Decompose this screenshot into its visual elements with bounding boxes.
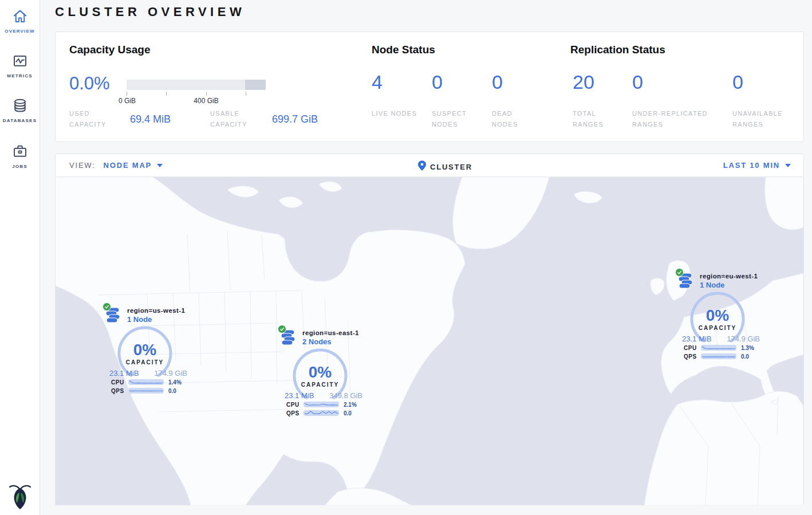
cpu-label: CPU: [111, 379, 127, 386]
cpu-sparkline: [128, 379, 164, 385]
marker-total-capacity: 174.9 GiB: [154, 369, 187, 378]
database-icon: [678, 273, 693, 289]
usable-capacity-value: 699.7 GiB: [272, 113, 318, 125]
marker-used-capacity: 23.1 MiB: [285, 391, 314, 400]
axis-tick: [127, 92, 127, 96]
axis-tick: [206, 92, 207, 96]
marker-capacity-percent: 0%: [291, 363, 349, 382]
database-icon: [281, 329, 295, 345]
breadcrumb-cluster: CLUSTER: [430, 163, 472, 171]
qps-value: 0.0: [168, 388, 176, 394]
total-ranges-label: TOTAL RANGES: [573, 108, 618, 129]
qps-label: QPS: [286, 410, 302, 416]
axis-tick: [166, 92, 167, 96]
marker-region-label: region=us-east-1: [302, 329, 359, 336]
marker-node-count: 1 Node: [700, 281, 758, 289]
axis-tick: [246, 92, 246, 96]
cluster-overview-page: OVERVIEW METRICS DATABASES: [0, 0, 812, 515]
node-marker-us-east-1[interactable]: region=us-east-1 2 Nodes 0% CAPACITY 23.…: [277, 322, 364, 420]
qps-value: 0.0: [741, 353, 749, 360]
qps-label: QPS: [111, 388, 127, 394]
suspect-nodes-label: SUSPECT NODES: [432, 108, 478, 129]
cockroachdb-logo-icon: [9, 483, 31, 510]
marker-capacity-label: CAPACITY: [291, 382, 349, 388]
database-icon: [105, 307, 120, 323]
sidebar-label-jobs: JOBS: [0, 164, 40, 169]
cpu-value: 1.3%: [741, 345, 754, 351]
used-capacity-label: USED CAPACITY: [69, 108, 116, 129]
map-toolbar: VIEW: NODE MAP CLUSTER LAST 10 MIN: [56, 154, 803, 177]
node-marker-us-west-1[interactable]: region=us-west-1 1 Node 0% CAPACITY 23.1…: [102, 300, 189, 398]
qps-sparkline: [701, 353, 736, 359]
capacity-bar-dark-segment: [245, 80, 266, 90]
cpu-sparkline: [303, 402, 339, 407]
live-nodes-value: 4: [372, 71, 383, 93]
usable-capacity-label: USABLE CAPACITY: [210, 108, 263, 129]
marker-total-capacity: 349.8 GiB: [329, 391, 362, 400]
sidebar-item-databases[interactable]: DATABASES: [0, 97, 40, 123]
qps-sparkline: [303, 410, 339, 416]
marker-used-capacity: 23.1 MiB: [109, 369, 139, 378]
under-replicated-ranges-label: UNDER-REPLICATED RANGES: [632, 108, 727, 129]
databases-icon: [11, 97, 29, 114]
sidebar-label-databases: DATABASES: [0, 118, 40, 123]
view-selector-value: NODE MAP: [104, 161, 152, 170]
node-status-title: Node Status: [372, 44, 435, 56]
unavailable-ranges-label: UNAVAILABLE RANGES: [732, 108, 795, 129]
summary-card: Capacity Usage 0.0% 0 GiB 400 GiB USED C…: [55, 32, 804, 142]
view-selector-dropdown[interactable]: NODE MAP: [104, 161, 163, 170]
node-map-card: VIEW: NODE MAP CLUSTER LAST 10 MIN: [55, 154, 804, 505]
capacity-usage-title: Capacity Usage: [69, 44, 151, 56]
cpu-label: CPU: [684, 345, 700, 351]
marker-region-label: region=eu-west-1: [700, 273, 758, 280]
page-title: CLUSTER OVERVIEW: [55, 5, 245, 19]
healthy-check-icon: [675, 268, 684, 277]
node-marker-eu-west-1[interactable]: region=eu-west-1 1 Node 0% CAPACITY 23.1…: [675, 265, 762, 364]
cpu-label: CPU: [286, 402, 302, 408]
qps-sparkline: [128, 388, 164, 394]
dead-nodes-value: 0: [492, 71, 503, 93]
replication-status-title: Replication Status: [570, 44, 665, 56]
axis-tick-label: 400 GiB: [186, 97, 226, 105]
suspect-nodes-value: 0: [432, 71, 443, 93]
time-range-dropdown[interactable]: LAST 10 MIN: [723, 161, 791, 170]
home-icon: [11, 7, 29, 25]
marker-capacity-label: CAPACITY: [116, 359, 174, 365]
used-capacity-value: 69.4 MiB: [130, 113, 171, 125]
map-pin-icon: [418, 160, 426, 173]
sidebar-label-metrics: METRICS: [0, 73, 40, 78]
healthy-check-icon: [278, 325, 286, 333]
marker-total-capacity: 174.9 GiB: [727, 335, 760, 343]
cpu-sparkline: [701, 345, 736, 351]
world-map: region=us-west-1 1 Node 0% CAPACITY 23.1…: [56, 177, 803, 505]
live-nodes-label: LIVE NODES: [372, 108, 417, 119]
capacity-bar: [127, 80, 266, 90]
jobs-icon: [11, 143, 29, 160]
dead-nodes-label: DEAD NODES: [492, 108, 538, 129]
capacity-used-percent: 0.0%: [69, 73, 110, 94]
chevron-down-icon: [157, 164, 163, 167]
marker-region-label: region=us-west-1: [127, 307, 185, 314]
sidebar: OVERVIEW METRICS DATABASES: [0, 0, 40, 515]
axis-tick-label: 0 GiB: [107, 97, 147, 105]
metrics-icon: [11, 52, 29, 69]
cpu-value: 2.1%: [344, 402, 357, 408]
marker-node-count: 1 Node: [127, 315, 185, 324]
view-label: VIEW:: [69, 161, 96, 170]
chevron-down-icon: [785, 164, 791, 167]
breadcrumb: CLUSTER: [418, 160, 472, 173]
sidebar-item-metrics[interactable]: METRICS: [0, 52, 40, 78]
time-range-value: LAST 10 MIN: [723, 161, 780, 170]
sidebar-item-jobs[interactable]: JOBS: [0, 143, 40, 169]
marker-node-count: 2 Nodes: [302, 337, 359, 346]
marker-used-capacity: 23.1 MiB: [682, 335, 711, 343]
unavailable-ranges-value: 0: [732, 71, 743, 93]
cpu-value: 1.4%: [168, 379, 182, 386]
sidebar-item-overview[interactable]: OVERVIEW: [0, 7, 40, 34]
qps-value: 0.0: [344, 410, 352, 416]
healthy-check-icon: [103, 302, 111, 311]
total-ranges-value: 20: [573, 71, 594, 93]
sidebar-label-overview: OVERVIEW: [0, 29, 40, 34]
marker-capacity-label: CAPACITY: [689, 325, 746, 331]
marker-capacity-percent: 0%: [116, 341, 174, 359]
